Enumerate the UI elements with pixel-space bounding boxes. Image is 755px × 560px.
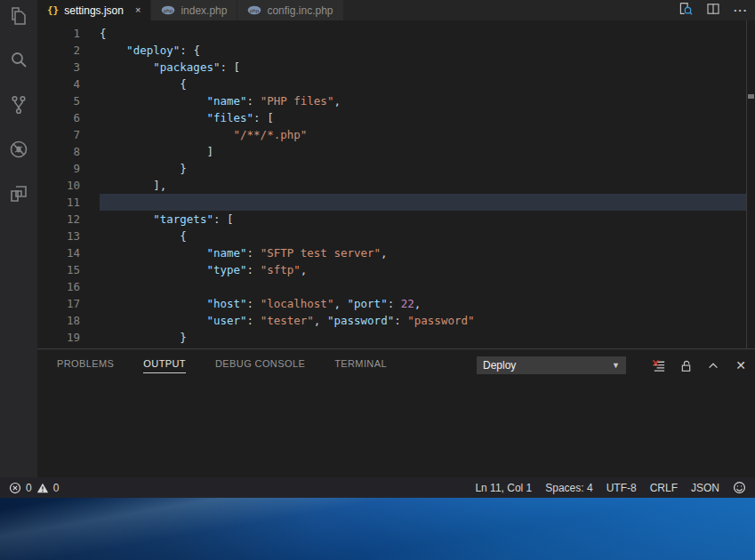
code-line[interactable]: ], (100, 177, 747, 194)
line-number: 12 (37, 211, 80, 228)
chevron-down-icon: ▼ (612, 361, 620, 370)
code-line[interactable]: } (100, 329, 747, 346)
bottom-panel: PROBLEMS OUTPUT DEBUG CONSOLE TERMINAL D… (37, 348, 755, 477)
tab-index-php[interactable]: php index.php (151, 0, 237, 20)
overview-ruler[interactable] (746, 20, 747, 348)
svg-text:php: php (250, 8, 260, 13)
code-line[interactable]: "files": [ (100, 109, 747, 126)
language-mode[interactable]: JSON (691, 482, 719, 494)
unlock-icon[interactable] (678, 357, 694, 373)
split-editor-icon[interactable] (706, 2, 720, 20)
output-channel-value: Deploy (483, 359, 516, 372)
status-bar: 0 0 Ln 11, Col 1 Spaces: 4 UTF-8 CRLF JS… (0, 477, 755, 498)
close-tab-icon[interactable]: × (135, 5, 141, 15)
warning-count: 0 (53, 482, 60, 494)
code-line[interactable]: { (100, 228, 747, 244)
line-number: 3 (37, 59, 80, 76)
line-number: 2 (37, 42, 80, 59)
code-line[interactable]: "type": "sftp", (100, 261, 747, 278)
extensions-icon[interactable] (8, 183, 29, 204)
line-number: 4 (37, 76, 80, 92)
tab-config-inc-php[interactable]: php config.inc.php (237, 0, 342, 20)
line-number: 16 (37, 278, 80, 295)
line-number: 7 (37, 126, 80, 143)
php-icon: php (247, 5, 261, 15)
source-control-icon[interactable] (8, 94, 29, 116)
line-number: 1 (37, 25, 80, 42)
code-line[interactable]: } (100, 160, 747, 177)
open-preview-icon[interactable] (678, 1, 693, 20)
php-icon: php (161, 5, 175, 15)
line-number: 13 (37, 228, 80, 244)
line-number: 18 (37, 312, 80, 329)
code-line[interactable] (100, 278, 747, 295)
tab-label: settings.json (64, 4, 124, 17)
desktop-wallpaper (0, 498, 755, 560)
more-actions-icon[interactable]: ··· (734, 4, 748, 17)
svg-text:php: php (164, 8, 173, 13)
panel-controls: Deploy ▼ ✕ (477, 356, 749, 374)
error-count: 0 (26, 482, 32, 494)
search-icon[interactable] (8, 50, 29, 71)
tab-terminal[interactable]: TERMINAL (334, 358, 387, 373)
clear-output-icon[interactable] (650, 357, 666, 373)
code-line[interactable]: { (100, 76, 747, 92)
tab-output[interactable]: OUTPUT (143, 358, 186, 373)
line-number: 10 (37, 177, 80, 194)
line-number: 19 (37, 329, 80, 346)
code-line[interactable]: ] (100, 143, 747, 160)
tab-label: index.php (181, 4, 227, 17)
warning-triangle-icon (36, 482, 49, 494)
code-line[interactable]: "name": "SFTP test server", (100, 244, 747, 261)
line-number: 17 (37, 295, 80, 312)
tab-strip: {} settings.json × php index.php php con… (37, 0, 755, 20)
line-number: 11 (37, 194, 80, 211)
line-number: 6 (37, 109, 80, 126)
eol-status[interactable]: CRLF (650, 482, 678, 494)
code-line[interactable]: "host": "localhost", "port": 22, (100, 295, 747, 312)
line-number: 15 (37, 261, 80, 278)
code-editor[interactable]: 12345678910111213141516171819 { "deploy"… (37, 20, 755, 348)
indentation-status[interactable]: Spaces: 4 (545, 482, 592, 494)
tab-debug-console[interactable]: DEBUG CONSOLE (215, 358, 305, 373)
code-area[interactable]: { "deploy": { "packages": [ { "name": "P… (100, 25, 747, 346)
encoding-status[interactable]: UTF-8 (606, 482, 637, 494)
overview-ruler-marker (748, 94, 754, 99)
code-line[interactable]: "name": "PHP files", (100, 92, 747, 109)
maximize-panel-icon[interactable] (705, 357, 721, 373)
line-number: 9 (37, 160, 80, 177)
cursor-position[interactable]: Ln 11, Col 1 (475, 482, 532, 494)
code-line[interactable]: "/**/*.php" (100, 126, 747, 143)
activity-bar (0, 0, 37, 477)
line-number-gutter: 12345678910111213141516171819 (37, 25, 80, 346)
code-line[interactable]: { (100, 25, 747, 42)
tab-problems[interactable]: PROBLEMS (57, 358, 114, 373)
output-channel-select[interactable]: Deploy ▼ (477, 356, 626, 374)
tab-settings-json[interactable]: {} settings.json × (37, 0, 150, 20)
tab-label: config.inc.php (267, 4, 333, 17)
editor-actions: ··· (678, 0, 748, 20)
json-braces-icon: {} (47, 4, 59, 16)
code-line[interactable]: "targets": [ (100, 211, 747, 228)
code-line[interactable]: "user": "tester", "password": "password" (100, 312, 747, 329)
close-panel-icon[interactable]: ✕ (733, 357, 749, 373)
code-line[interactable]: "packages": [ (100, 59, 747, 76)
code-line[interactable]: "deploy": { (100, 42, 747, 59)
line-number: 5 (37, 92, 80, 109)
problems-summary[interactable]: 0 0 (9, 482, 59, 494)
line-number: 8 (37, 143, 80, 160)
error-circle-icon (9, 482, 21, 494)
smiley-icon[interactable] (733, 481, 746, 494)
line-number: 14 (37, 244, 80, 261)
explorer-icon[interactable] (8, 5, 29, 27)
code-line[interactable] (100, 194, 747, 211)
debug-icon[interactable] (8, 139, 29, 160)
status-bar-right: Ln 11, Col 1 Spaces: 4 UTF-8 CRLF JSON (475, 481, 746, 494)
